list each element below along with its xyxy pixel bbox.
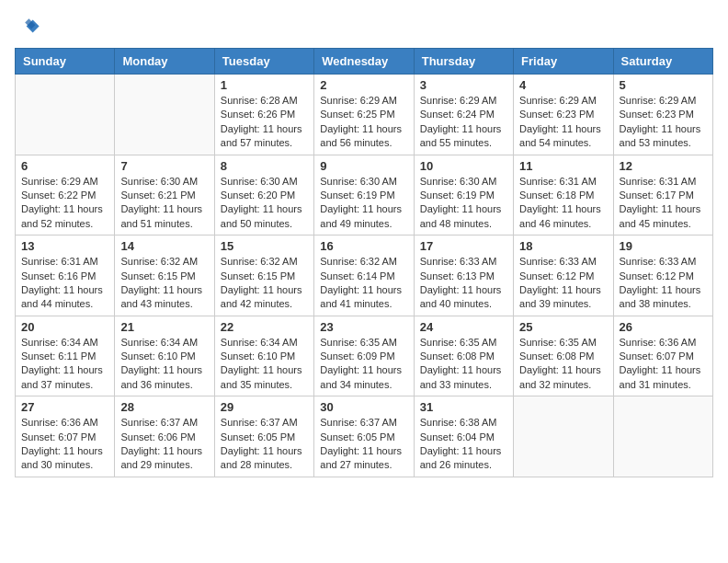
day-info: Sunrise: 6:34 AM Sunset: 6:10 PM Dayligh… (221, 336, 308, 393)
calendar-cell: 18Sunrise: 6:33 AM Sunset: 6:12 PM Dayli… (514, 236, 613, 316)
calendar-cell: 10Sunrise: 6:30 AM Sunset: 6:19 PM Dayli… (414, 155, 513, 236)
day-number: 28 (120, 400, 208, 414)
day-number: 30 (320, 400, 407, 414)
day-info: Sunrise: 6:36 AM Sunset: 6:07 PM Dayligh… (620, 336, 707, 393)
calendar-cell (514, 396, 613, 477)
logo (15, 15, 44, 40)
day-number: 19 (620, 239, 707, 253)
calendar-cell: 13Sunrise: 6:31 AM Sunset: 6:16 PM Dayli… (16, 236, 115, 316)
calendar-cell: 20Sunrise: 6:34 AM Sunset: 6:11 PM Dayli… (16, 316, 115, 396)
calendar-cell: 6Sunrise: 6:29 AM Sunset: 6:22 PM Daylig… (16, 155, 115, 236)
day-info: Sunrise: 6:30 AM Sunset: 6:19 PM Dayligh… (420, 175, 507, 232)
day-info: Sunrise: 6:34 AM Sunset: 6:10 PM Dayligh… (120, 336, 208, 393)
calendar-cell: 16Sunrise: 6:32 AM Sunset: 6:14 PM Dayli… (314, 236, 414, 316)
calendar-cell: 1Sunrise: 6:28 AM Sunset: 6:26 PM Daylig… (214, 75, 313, 155)
calendar-cell: 11Sunrise: 6:31 AM Sunset: 6:18 PM Dayli… (514, 155, 613, 236)
weekday-header-thursday: Thursday (414, 49, 513, 75)
day-info: Sunrise: 6:31 AM Sunset: 6:16 PM Dayligh… (21, 255, 108, 312)
day-info: Sunrise: 6:35 AM Sunset: 6:09 PM Dayligh… (320, 336, 407, 393)
day-number: 3 (420, 78, 507, 92)
day-info: Sunrise: 6:34 AM Sunset: 6:11 PM Dayligh… (21, 336, 108, 393)
day-info: Sunrise: 6:37 AM Sunset: 6:05 PM Dayligh… (221, 416, 308, 473)
calendar-cell: 21Sunrise: 6:34 AM Sunset: 6:10 PM Dayli… (115, 316, 214, 396)
day-number: 9 (320, 159, 407, 173)
day-info: Sunrise: 6:37 AM Sunset: 6:06 PM Dayligh… (120, 416, 208, 473)
day-number: 23 (320, 320, 407, 334)
week-row-3: 13Sunrise: 6:31 AM Sunset: 6:16 PM Dayli… (16, 236, 713, 316)
day-number: 11 (519, 159, 607, 173)
day-number: 25 (519, 320, 607, 334)
day-number: 12 (620, 159, 707, 173)
day-info: Sunrise: 6:29 AM Sunset: 6:23 PM Dayligh… (519, 94, 607, 151)
calendar-cell: 29Sunrise: 6:37 AM Sunset: 6:05 PM Dayli… (214, 396, 313, 477)
day-number: 2 (320, 78, 407, 92)
day-number: 14 (120, 239, 208, 253)
week-row-1: 1Sunrise: 6:28 AM Sunset: 6:26 PM Daylig… (16, 75, 713, 155)
calendar-cell: 5Sunrise: 6:29 AM Sunset: 6:23 PM Daylig… (613, 75, 712, 155)
calendar-cell: 31Sunrise: 6:38 AM Sunset: 6:04 PM Dayli… (414, 396, 513, 477)
day-info: Sunrise: 6:29 AM Sunset: 6:25 PM Dayligh… (320, 94, 407, 151)
day-number: 7 (120, 159, 208, 173)
calendar-cell: 27Sunrise: 6:36 AM Sunset: 6:07 PM Dayli… (16, 396, 115, 477)
day-number: 6 (21, 159, 108, 173)
calendar-cell: 15Sunrise: 6:32 AM Sunset: 6:15 PM Dayli… (214, 236, 313, 316)
calendar-cell: 28Sunrise: 6:37 AM Sunset: 6:06 PM Dayli… (115, 396, 214, 477)
day-number: 15 (221, 239, 308, 253)
day-info: Sunrise: 6:35 AM Sunset: 6:08 PM Dayligh… (420, 336, 507, 393)
day-number: 21 (120, 320, 208, 334)
week-row-2: 6Sunrise: 6:29 AM Sunset: 6:22 PM Daylig… (16, 155, 713, 236)
day-info: Sunrise: 6:32 AM Sunset: 6:15 PM Dayligh… (120, 255, 208, 312)
day-info: Sunrise: 6:29 AM Sunset: 6:23 PM Dayligh… (620, 94, 707, 151)
calendar-cell: 9Sunrise: 6:30 AM Sunset: 6:19 PM Daylig… (314, 155, 414, 236)
calendar-cell: 26Sunrise: 6:36 AM Sunset: 6:07 PM Dayli… (613, 316, 712, 396)
weekday-header-row: SundayMondayTuesdayWednesdayThursdayFrid… (16, 49, 713, 75)
day-info: Sunrise: 6:30 AM Sunset: 6:21 PM Dayligh… (120, 175, 208, 232)
day-info: Sunrise: 6:33 AM Sunset: 6:12 PM Dayligh… (519, 255, 607, 312)
day-number: 29 (221, 400, 308, 414)
day-info: Sunrise: 6:33 AM Sunset: 6:12 PM Dayligh… (620, 255, 707, 312)
day-info: Sunrise: 6:38 AM Sunset: 6:04 PM Dayligh… (420, 416, 507, 473)
calendar-cell: 24Sunrise: 6:35 AM Sunset: 6:08 PM Dayli… (414, 316, 513, 396)
weekday-header-saturday: Saturday (613, 49, 712, 75)
calendar-cell (16, 75, 115, 155)
calendar-cell: 30Sunrise: 6:37 AM Sunset: 6:05 PM Dayli… (314, 396, 414, 477)
calendar-cell: 3Sunrise: 6:29 AM Sunset: 6:24 PM Daylig… (414, 75, 513, 155)
day-number: 18 (519, 239, 607, 253)
day-info: Sunrise: 6:30 AM Sunset: 6:19 PM Dayligh… (320, 175, 407, 232)
day-number: 31 (420, 400, 507, 414)
day-number: 20 (21, 320, 108, 334)
day-number: 26 (620, 320, 707, 334)
day-info: Sunrise: 6:31 AM Sunset: 6:17 PM Dayligh… (620, 175, 707, 232)
weekday-header-wednesday: Wednesday (314, 49, 414, 75)
day-info: Sunrise: 6:36 AM Sunset: 6:07 PM Dayligh… (21, 416, 108, 473)
day-info: Sunrise: 6:32 AM Sunset: 6:14 PM Dayligh… (320, 255, 407, 312)
page-header (15, 15, 713, 40)
calendar-cell: 2Sunrise: 6:29 AM Sunset: 6:25 PM Daylig… (314, 75, 414, 155)
day-number: 13 (21, 239, 108, 253)
day-number: 5 (620, 78, 707, 92)
calendar-cell: 17Sunrise: 6:33 AM Sunset: 6:13 PM Dayli… (414, 236, 513, 316)
calendar-cell: 4Sunrise: 6:29 AM Sunset: 6:23 PM Daylig… (514, 75, 613, 155)
day-info: Sunrise: 6:31 AM Sunset: 6:18 PM Dayligh… (519, 175, 607, 232)
weekday-header-monday: Monday (115, 49, 214, 75)
day-info: Sunrise: 6:35 AM Sunset: 6:08 PM Dayligh… (519, 336, 607, 393)
calendar-cell: 7Sunrise: 6:30 AM Sunset: 6:21 PM Daylig… (115, 155, 214, 236)
calendar-cell (115, 75, 214, 155)
day-number: 17 (420, 239, 507, 253)
day-info: Sunrise: 6:28 AM Sunset: 6:26 PM Dayligh… (221, 94, 308, 151)
day-info: Sunrise: 6:30 AM Sunset: 6:20 PM Dayligh… (221, 175, 308, 232)
day-number: 10 (420, 159, 507, 173)
day-number: 1 (221, 78, 308, 92)
calendar-cell: 23Sunrise: 6:35 AM Sunset: 6:09 PM Dayli… (314, 316, 414, 396)
calendar-table: SundayMondayTuesdayWednesdayThursdayFrid… (15, 48, 713, 477)
day-number: 27 (21, 400, 108, 414)
day-info: Sunrise: 6:32 AM Sunset: 6:15 PM Dayligh… (221, 255, 308, 312)
week-row-5: 27Sunrise: 6:36 AM Sunset: 6:07 PM Dayli… (16, 396, 713, 477)
calendar-cell: 25Sunrise: 6:35 AM Sunset: 6:08 PM Dayli… (514, 316, 613, 396)
weekday-header-sunday: Sunday (16, 49, 115, 75)
day-number: 8 (221, 159, 308, 173)
calendar-cell: 12Sunrise: 6:31 AM Sunset: 6:17 PM Dayli… (613, 155, 712, 236)
day-number: 22 (221, 320, 308, 334)
weekday-header-tuesday: Tuesday (214, 49, 313, 75)
general-blue-logo-icon (15, 15, 40, 40)
